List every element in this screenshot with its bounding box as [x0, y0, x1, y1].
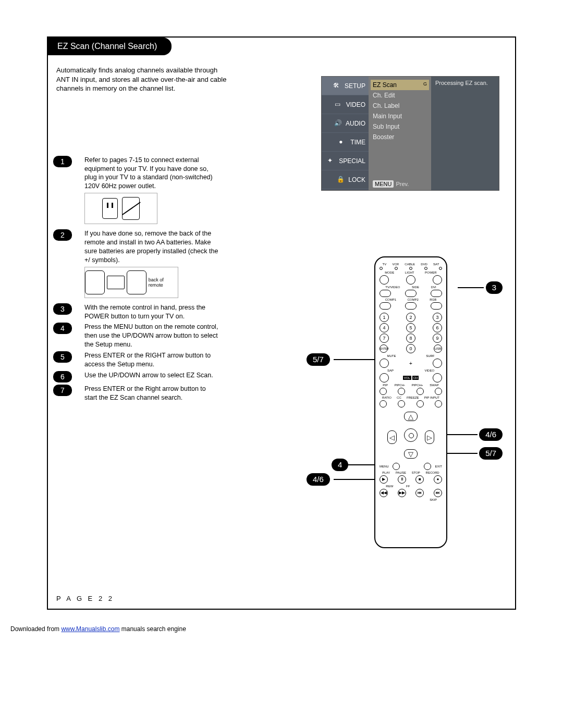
intro-paragraph: Automatically finds analog channels avai…: [56, 66, 228, 93]
remote-device-labels: TV VCR CABLE DVD SAT: [380, 263, 442, 266]
callout-4-6: 4/6: [307, 473, 330, 486]
transport2-row: ◀◀ ▶▶ ⏮ ⏭: [380, 489, 442, 497]
remote-input-row1: [380, 290, 442, 297]
osd-item: Ch. Edit: [373, 90, 427, 101]
rew-button: ◀◀: [380, 489, 388, 497]
step-text: Press ENTER or the RIGHT arrow button to…: [84, 351, 220, 369]
label: PIP INPUT: [424, 396, 439, 399]
osd-item: Main Input: [373, 111, 427, 121]
footer-post: manuals search engine: [119, 625, 186, 633]
step-number: 1: [53, 156, 72, 167]
label: FF: [406, 485, 410, 488]
label: COMP2: [407, 298, 418, 301]
video-icon: ▭: [335, 101, 343, 109]
skip-back-button: ⏮: [415, 489, 424, 497]
label: MUTE: [387, 354, 396, 357]
outlet-drawing: [84, 193, 157, 224]
step-text: Press ENTER or the Right arrow button to…: [84, 385, 220, 402]
step-number: 4: [53, 323, 72, 334]
osd-item: Ch. Label: [373, 101, 427, 111]
callout-4: 4: [332, 459, 348, 471]
mute-surf-labels: MUTE SURF: [380, 354, 442, 357]
dot-icon: [424, 267, 427, 270]
dot-icon: [395, 267, 398, 270]
step-text: If you have done so, remove the back of …: [84, 229, 220, 265]
right-arrow-button: ▷: [425, 430, 434, 444]
mute-button: [380, 359, 389, 368]
button: [431, 290, 442, 297]
step-number: 5: [53, 351, 72, 363]
remote-input-labels1: TV/VIDEO SIDE DVI: [380, 286, 442, 289]
button: [405, 302, 417, 310]
osd-tab-label: TIME: [350, 139, 365, 146]
osd-tab-audio: 🔊 AUDIO: [322, 114, 369, 133]
button: [431, 302, 442, 310]
remote-input-row2: [380, 302, 442, 310]
label: COMP1: [385, 298, 396, 301]
osd-tab-setup: 🛠 SETUP: [322, 77, 369, 95]
nav-pad: △ ▽ ◁ ▷: [387, 412, 434, 459]
num-button: 1: [380, 313, 389, 322]
button: [380, 388, 387, 395]
num-button: 0: [406, 344, 415, 353]
osd-tab-video: ▭ VIDEO: [322, 95, 369, 114]
ok-button: [404, 428, 418, 442]
osd-item-label: EZ Scan: [373, 81, 397, 89]
light-button: [406, 275, 415, 285]
mute-surf-row: +: [380, 359, 442, 368]
label: PIPCH+: [412, 384, 423, 387]
numpad-row: 7 8 9: [380, 334, 442, 343]
label: PIP: [383, 384, 388, 387]
skip-label: SKIP: [380, 498, 442, 501]
label: FREEZE: [407, 396, 419, 399]
callout-5-7: 5/7: [307, 353, 330, 366]
label: SWAP: [430, 384, 438, 387]
remote-illustration: 3 5/7 4/6 5/7 4 4/6 TV VCR CABLE DVD SAT: [322, 256, 499, 553]
remote-input-labels2: COMP1 COMP2 RGB: [380, 298, 442, 301]
ff-button: ▶▶: [398, 489, 406, 497]
label: DVI: [431, 286, 436, 289]
battery-caption: back of remote: [149, 277, 178, 288]
step-1: 1 Refer to pages 7-15 to connect externa…: [48, 156, 515, 191]
button: [380, 400, 387, 408]
remote-device-dots: [380, 267, 442, 270]
osd-item-ezscan: EZ Scan G: [371, 80, 429, 90]
remote-back-icon: [85, 270, 105, 294]
osd-item: Sub Input: [373, 121, 427, 132]
plus-icon: +: [409, 361, 412, 366]
callout-5-7: 5/7: [479, 447, 503, 460]
num-button: 9: [433, 334, 442, 343]
num-button: 2: [406, 313, 415, 322]
dot-icon: [439, 267, 442, 270]
sap-button: [380, 373, 389, 382]
label: CC: [397, 396, 401, 399]
transport1-labels: PLAY PAUSE STOP RECORD: [380, 471, 442, 474]
remote-mode-labels: MODE LIGHT POWER: [380, 271, 442, 274]
step-number: 3: [53, 303, 72, 315]
label: RGB: [430, 298, 436, 301]
page-number: P A G E 2 2: [56, 595, 114, 602]
label: CABLE: [405, 263, 415, 266]
osd-tab-label: SETUP: [345, 82, 365, 90]
step-text: Refer to pages 7-15 to connect external …: [84, 156, 220, 191]
callout-3: 3: [486, 281, 503, 294]
button: [398, 388, 405, 395]
exit-button: [424, 463, 431, 470]
label: TV: [383, 263, 387, 266]
footer-link[interactable]: www.Manualslib.com: [61, 625, 119, 633]
label: VCR: [392, 263, 399, 266]
down-arrow-button: ▽: [404, 449, 418, 459]
osd-tab-time: ● TIME: [322, 133, 369, 152]
mode-button: [380, 275, 389, 285]
label: SAT: [433, 263, 439, 266]
pause-button: ⏸: [398, 475, 406, 484]
label: RECORD: [426, 471, 439, 474]
button: [398, 400, 405, 408]
label: PIPCH-: [395, 384, 405, 387]
pip-labels: PIP PIPCH- PIPCH+ SWAP: [380, 384, 442, 387]
label: VIDEO: [424, 369, 434, 372]
callout-line: [348, 464, 377, 465]
dot-icon: [409, 267, 412, 270]
numpad-row: 1 2 3: [380, 313, 442, 322]
button: [405, 290, 417, 297]
